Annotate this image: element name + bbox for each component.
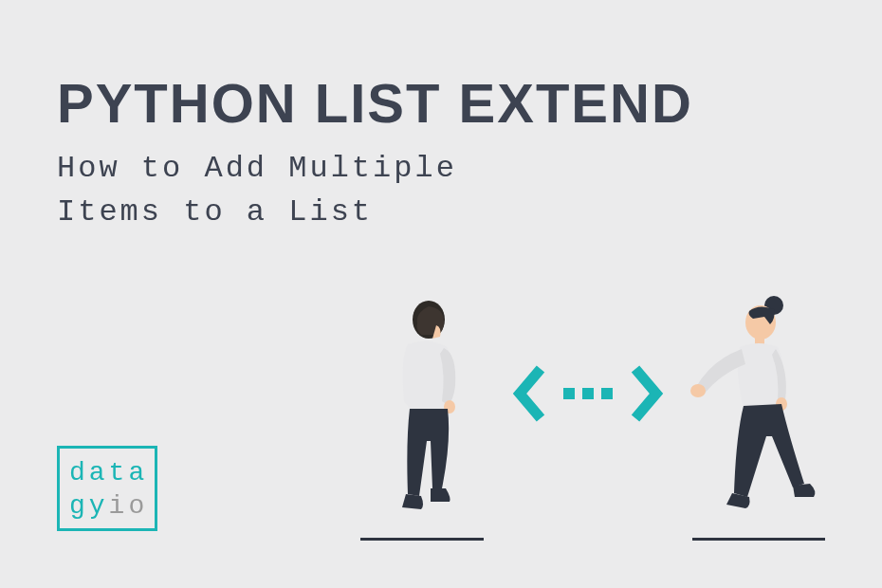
chevron-left-icon xyxy=(512,365,550,422)
subtitle-line-1: How to Add Multiple xyxy=(57,151,457,186)
logo-text-data: data xyxy=(69,458,148,487)
person-right-shadow xyxy=(692,538,825,541)
chevron-right-icon xyxy=(626,365,664,422)
person-left-icon xyxy=(360,299,493,522)
page-title: PYTHON LIST EXTEND xyxy=(57,71,693,135)
brand-logo: datagyio xyxy=(57,446,157,531)
person-right-icon xyxy=(683,294,835,522)
person-left-shadow xyxy=(360,538,484,541)
hero-illustration xyxy=(341,275,835,541)
logo-text-io: io xyxy=(109,491,149,521)
ellipsis-dots xyxy=(563,388,613,399)
dot-icon xyxy=(582,388,594,399)
subtitle-line-2: Items to a List xyxy=(57,194,373,230)
logo-text-gy: gy xyxy=(69,491,109,521)
page-subtitle: How to Add Multiple Items to a List xyxy=(57,147,457,235)
distance-indicator xyxy=(512,365,664,422)
svg-point-5 xyxy=(690,384,706,397)
dot-icon xyxy=(601,388,613,399)
dot-icon xyxy=(563,388,575,399)
